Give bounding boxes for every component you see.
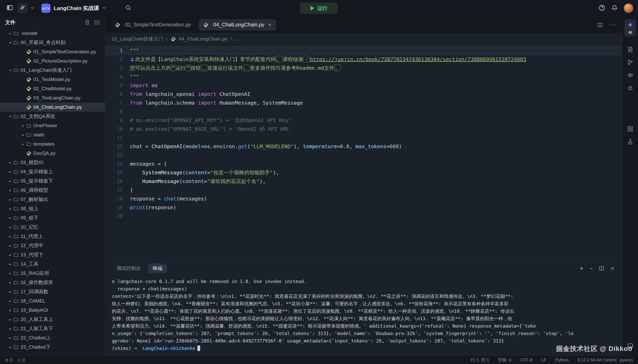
assistant-hint-icon[interactable]	[130, 57, 134, 62]
tree-folder-item[interactable]: ▸07_解析输出	[0, 195, 105, 204]
split-terminal-icon[interactable]	[598, 265, 605, 271]
code-line[interactable]: 19print(response)	[105, 203, 622, 212]
warnings-indicator[interactable]: ⚠0	[17, 358, 25, 363]
tree-folder-item[interactable]: ▸20_人脉工具上	[0, 315, 105, 324]
tree-folder-item[interactable]: ▸09_链下	[0, 213, 105, 223]
eol[interactable]: LF	[541, 358, 546, 363]
code-line[interactable]: 10# os.environ["OPENAI_BASE_URL"] = 'Ope…	[105, 125, 622, 133]
tree-folder-item[interactable]: ▸OneFlower	[0, 121, 105, 130]
tree-folder-item[interactable]: ▸static	[0, 130, 105, 139]
terminal-dropdown-icon[interactable]	[589, 267, 593, 270]
tree-folder-item[interactable]: ▸05_提示模板下	[0, 176, 105, 186]
tree-folder-item[interactable]: ▸03_模型IO	[0, 158, 105, 167]
project-switcher[interactable]: </> LangChain 实战课	[41, 4, 106, 13]
code-line[interactable]: 12chat = ChatOpenAI(model=os.environ.get…	[105, 142, 622, 151]
more-actions-icon[interactable]: ···	[609, 21, 617, 29]
tree-file-item[interactable]: 01_TextModel.py	[0, 75, 105, 84]
terminal-output[interactable]: n langchain-core 0.1.7 and will be remov…	[105, 277, 622, 356]
search-button[interactable]	[123, 3, 133, 13]
code-line[interactable]: 6from langchain_openai import ChatOpenAI	[105, 90, 622, 98]
git-branch-icon[interactable]	[627, 56, 634, 69]
tree-folder-item[interactable]: ▸04_提示模板上	[0, 167, 105, 176]
tree-file-item[interactable]: 01_SimpleTextGeneration.py	[0, 47, 105, 56]
tree-folder-item[interactable]: ▸12_代理中	[0, 241, 105, 250]
close-tab-icon[interactable]: ×	[268, 22, 272, 28]
tree-folder-item[interactable]: ▾02_文档QA系统	[0, 112, 105, 121]
code-line[interactable]: 3您可以点击上方的“运行”按钮，直接运行该文件。更多操作指引请参考Readme.…	[105, 64, 622, 72]
editor-tab[interactable]: 01_SimpleTextGeneration.py	[110, 19, 196, 31]
grid-icon[interactable]	[627, 123, 634, 135]
code-line[interactable]: 14messages = [	[105, 159, 622, 168]
tree-file-item[interactable]: 02_ChatModel.py	[0, 84, 105, 93]
new-file-icon[interactable]	[84, 19, 90, 25]
cursor-position[interactable]: 行 1, 列 1	[471, 357, 489, 363]
panel-tab[interactable]: 终端	[148, 264, 167, 273]
tree-folder-item[interactable]: ▸16_操作数据库	[0, 278, 105, 287]
encoding[interactable]: UTF-8	[520, 358, 533, 363]
split-editor-icon[interactable]	[597, 22, 603, 28]
tree-folder-item[interactable]: ▸11_代理上	[0, 232, 105, 241]
ai-assistant-button[interactable]: AI	[624, 19, 636, 36]
errors-indicator[interactable]: ⊘0	[5, 358, 13, 363]
tree-folder-item[interactable]: ▸15_RAG应用	[0, 269, 105, 278]
code-line[interactable]: 5import os	[105, 81, 622, 90]
code-line[interactable]: 11	[105, 133, 622, 142]
code-line[interactable]: 2此文件是【LangChain系统安装和快速入门】章节的配套代码。课程链接：ht…	[105, 55, 622, 64]
tree-folder-item[interactable]: ▸22_Chatbot上	[0, 333, 105, 342]
notifications-bell-icon[interactable]	[611, 4, 618, 12]
code-line[interactable]: 7from langchain.schema import HumanMessa…	[105, 98, 622, 107]
run-button[interactable]: 运行	[300, 3, 338, 14]
breadcrumb-folder[interactable]: 01_LangChain快速入门	[112, 36, 163, 42]
tree-folder-item[interactable]: ▾00_开篇词_奇点时刻	[0, 38, 105, 47]
code-line[interactable]: 18response = chat(messages)	[105, 194, 622, 203]
file-search-icon[interactable]	[627, 43, 634, 56]
flask-icon[interactable]	[627, 135, 634, 148]
tree-folder-item[interactable]: ▸23_Chatbot下	[0, 342, 105, 352]
code-line[interactable]: 16 HumanMessage(content="请给我的花店起个名"),	[105, 177, 622, 186]
user-avatar[interactable]	[624, 3, 633, 13]
tree-file-item[interactable]: 04_ChatLongChain.py	[0, 103, 105, 112]
panel-tab[interactable]: 调试控制台	[112, 264, 146, 273]
indent-setting[interactable]: 空格: 4	[498, 357, 511, 363]
tree-folder-item[interactable]: ▸14_工具	[0, 259, 105, 269]
tree-file-item[interactable]: 02_PictureDescription.py	[0, 56, 105, 66]
tree-folder-item[interactable]: ▸19_BabyAGI	[0, 306, 105, 315]
code-editor[interactable]: 1"""2此文件是【LangChain系统安装和快速入门】章节的配套代码。课程链…	[105, 45, 622, 260]
help-icon[interactable]	[598, 4, 605, 12]
tree-folder-item[interactable]: ▸08_链上	[0, 204, 105, 213]
bug-icon[interactable]	[627, 82, 634, 94]
code-line[interactable]: 9# os.environ["OPENAI_API_KEY"] = '你的Ope…	[105, 116, 622, 125]
app-logo[interactable]	[17, 3, 28, 13]
tree-folder-item[interactable]: ▸06_调用模型	[0, 186, 105, 195]
breadcrumb-file[interactable]: 04_ChatLongChain.py	[179, 36, 227, 42]
tree-folder-item[interactable]: ▸10_记忆	[0, 223, 105, 232]
code-line[interactable]: 8	[105, 107, 622, 116]
tree-file-item[interactable]: 03_TextLangChain.py	[0, 93, 105, 103]
code-line[interactable]: 1"""	[105, 46, 622, 55]
tree-folder-item[interactable]: ▸21_人脉工具下	[0, 324, 105, 333]
close-panel-icon[interactable]	[610, 266, 615, 271]
breadcrumb-more[interactable]: ...	[235, 36, 239, 42]
interpreter-version[interactable]: 3.12.2 64-bit ('shims': pyenv)	[577, 358, 633, 363]
editor-tab[interactable]: 04_ChatLongChain.py×	[199, 19, 276, 31]
new-terminal-icon[interactable]	[579, 266, 584, 271]
language-mode[interactable]: Python	[555, 358, 569, 363]
panel-bottom-icon[interactable]	[627, 339, 634, 352]
code-line[interactable]: 20	[105, 212, 622, 220]
terminal-prompt[interactable]: (shims) ➜ LangChain-shizhanke	[112, 345, 615, 352]
tree-file-item[interactable]: DocQA.py	[0, 149, 105, 158]
code-line[interactable]: 15 SystemMessage(content="你是一个很棒的智能助手"),	[105, 168, 622, 177]
code-link[interactable]: https://juejin.cn/book/73877023474361303…	[310, 56, 526, 62]
tree-folder-item[interactable]: ▸templates	[0, 139, 105, 149]
sidebar-toggle-button[interactable]	[5, 3, 15, 13]
code-line[interactable]: 13	[105, 151, 622, 159]
tree-folder-item[interactable]: ▸.vscode	[0, 29, 105, 38]
new-folder-icon[interactable]	[94, 19, 100, 25]
code-line[interactable]: 17]	[105, 186, 622, 194]
tree-folder-item[interactable]: ▸13_代理下	[0, 250, 105, 259]
tree-folder-item[interactable]: ▸17_回调函数	[0, 287, 105, 296]
eye-icon[interactable]	[627, 69, 634, 82]
code-line[interactable]: 4"""	[105, 72, 622, 81]
tree-folder-item[interactable]: ▸18_CAMEL	[0, 296, 105, 306]
chevron-down-icon[interactable]	[30, 6, 34, 11]
